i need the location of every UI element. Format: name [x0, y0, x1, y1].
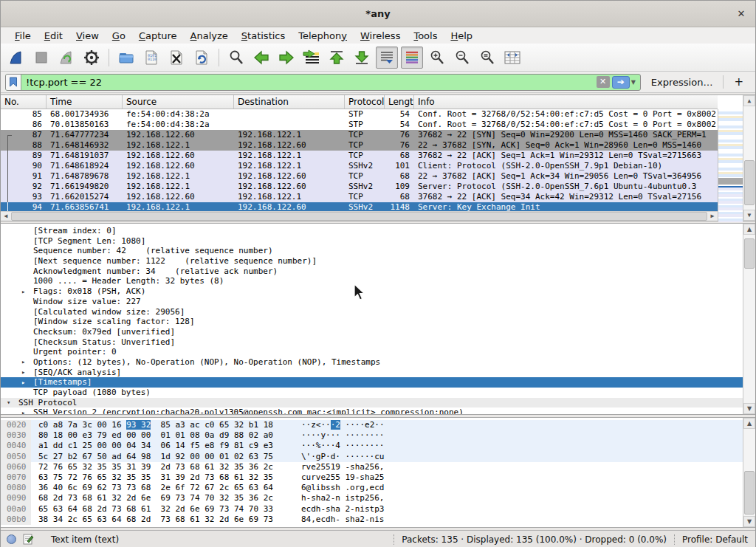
packet-row-88[interactable]: 8871.648146932192.168.122.1192.168.122.6… [1, 140, 718, 151]
colorize-button[interactable] [401, 47, 423, 69]
hex-row-0020[interactable]: 0020c0 a8 7a 3c 00 16 93 32 85 a3 ac c0 … [1, 420, 743, 430]
vscroll-thumb[interactable] [744, 238, 755, 269]
packet-row-85[interactable]: 8568.001734936fe:54:00:d4:38:2aSTP54Conf… [1, 109, 718, 120]
packet-list-vscrollbar[interactable]: ▲ ▼ [743, 95, 755, 221]
restart-capture-button[interactable] [55, 47, 78, 69]
scroll-left-icon[interactable]: ◀ [1, 212, 11, 221]
packet-row-93[interactable]: 9371.662015274192.168.122.60192.168.122.… [1, 192, 718, 202]
hex-row-0040[interactable]: 0040a1 dd c1 25 00 00 04 34 06 14 f5 e8 … [1, 441, 743, 451]
packet-list-header[interactable]: No.TimeSourceDestinationProtocolLengthIn… [1, 95, 718, 109]
detail-line[interactable]: ▸[SEQ/ACK analysis] [1, 368, 743, 378]
menu-telephony[interactable]: Telephony [292, 29, 354, 43]
expression-button[interactable]: Expression… [645, 77, 719, 88]
collapsed-arrow-icon[interactable]: ▸ [21, 408, 25, 414]
close-window-icon[interactable]: ✕ [735, 7, 748, 21]
collapsed-arrow-icon[interactable]: ▸ [21, 378, 25, 388]
detail-line[interactable]: [Window size scaling factor: 128] [1, 317, 743, 327]
filter-clear-icon[interactable]: ✕ [597, 76, 610, 88]
packet-row-89[interactable]: 8971.648191037192.168.122.60192.168.122.… [1, 151, 718, 161]
column-header-source[interactable]: Source [123, 95, 234, 109]
zoom-original-button[interactable] [476, 47, 498, 69]
detail-line[interactable]: ▸[Timestamps] [1, 377, 743, 388]
start-capture-button[interactable] [5, 47, 27, 69]
expert-info-icon[interactable] [7, 534, 16, 544]
menu-statistics[interactable]: Statistics [235, 29, 292, 43]
zoom-in-button[interactable] [426, 47, 448, 69]
column-header-protocol[interactable]: Protocol [345, 95, 385, 109]
menu-wireless[interactable]: Wireless [354, 29, 407, 43]
title-bar[interactable]: *any ✕ [1, 1, 755, 27]
packet-row-91[interactable]: 9171.648789678192.168.122.1192.168.122.6… [1, 171, 718, 182]
column-header-no[interactable]: No. [1, 95, 47, 109]
vscroll-track[interactable] [743, 235, 755, 403]
menu-help[interactable]: Help [444, 29, 479, 43]
hex-row-00b0[interactable]: 00b038 34 2c 65 63 64 68 2d 73 68 61 32 … [1, 515, 743, 525]
expanded-arrow-icon[interactable]: ▾ [7, 398, 10, 408]
first-packet-button[interactable] [326, 47, 348, 69]
detail-line[interactable]: Checksum: 0x79ed [unverified] [1, 327, 743, 337]
collapsed-arrow-icon[interactable]: ▸ [21, 368, 25, 378]
menu-capture[interactable]: Capture [132, 29, 184, 43]
detail-line[interactable]: [TCP Segment Len: 1080] [1, 236, 743, 247]
collapsed-arrow-icon[interactable]: ▸ [21, 287, 25, 297]
display-filter-field[interactable]: ✕ ➔ ▼ [5, 74, 641, 91]
previous-packet-button[interactable] [250, 47, 272, 69]
detail-line[interactable]: Window size value: 227 [1, 297, 743, 307]
detail-line[interactable]: Acknowledgment number: 34 (relative ack … [1, 266, 743, 277]
zoom-out-button[interactable] [451, 47, 473, 69]
profile-status[interactable]: Profile: Default [682, 534, 755, 545]
next-packet-button[interactable] [275, 47, 298, 69]
capture-options-button[interactable] [80, 47, 103, 69]
collapsed-arrow-icon[interactable]: ▸ [21, 357, 25, 368]
scroll-down-icon[interactable]: ▼ [743, 210, 755, 221]
save-file-button[interactable]: 01010110 [140, 47, 162, 69]
packet-row-87[interactable]: 8771.647777234192.168.122.60192.168.122.… [1, 130, 718, 140]
packet-row-92[interactable]: 9271.661949820192.168.122.1192.168.122.6… [1, 182, 718, 192]
scroll-down-icon[interactable]: ▼ [743, 516, 755, 527]
hex-row-00a0[interactable]: 00a065 63 64 68 2d 73 68 61 32 2d 6e 69 … [1, 504, 743, 515]
vscroll-thumb[interactable] [744, 160, 755, 206]
open-file-button[interactable] [115, 47, 137, 69]
display-filter-input[interactable] [21, 77, 597, 88]
detail-line[interactable]: [Stream index: 0] [1, 226, 743, 236]
auto-scroll-button[interactable] [376, 47, 398, 69]
detail-line[interactable]: [Checksum Status: Unverified] [1, 337, 743, 348]
go-to-packet-button[interactable] [300, 47, 323, 69]
close-file-button[interactable] [165, 47, 188, 69]
hex-row-0080[interactable]: 008036 40 6c 69 62 73 73 68 2e 6f 72 67 … [1, 483, 743, 493]
add-filter-button[interactable]: + [728, 75, 751, 89]
menu-go[interactable]: Go [106, 29, 132, 43]
packet-row-94[interactable]: 9471.663856741192.168.122.1192.168.122.6… [1, 202, 718, 211]
column-header-destination[interactable]: Destination [234, 95, 345, 109]
menu-tools[interactable]: Tools [407, 29, 444, 43]
menu-file[interactable]: File [8, 29, 38, 43]
menu-view[interactable]: View [69, 29, 106, 43]
detail-line[interactable]: [Calculated window size: 29056] [1, 307, 743, 317]
resize-columns-button[interactable] [501, 47, 523, 69]
detail-line[interactable]: Urgent pointer: 0 [1, 347, 743, 357]
hex-row-0030[interactable]: 003080 18 00 e3 79 ed 00 00 01 01 08 0a … [1, 430, 743, 441]
scroll-up-icon[interactable]: ▲ [743, 224, 755, 235]
column-header-info[interactable]: Info [414, 95, 718, 109]
detail-line[interactable]: ▸Options: (12 bytes), No-Operation (NOP)… [1, 357, 743, 368]
vscroll-track[interactable] [743, 429, 755, 516]
scroll-right-icon[interactable]: ▶ [707, 212, 718, 221]
hscroll-thumb[interactable] [11, 212, 707, 221]
column-header-length[interactable]: Length [385, 95, 414, 109]
find-packet-button[interactable] [225, 47, 247, 69]
packet-row-90[interactable]: 9071.648618924192.168.122.60192.168.122.… [1, 161, 718, 171]
scroll-up-icon[interactable]: ▲ [743, 95, 755, 106]
hex-row-0050[interactable]: 00505c 27 b2 67 50 ad 64 98 1d 92 00 00 … [1, 452, 743, 462]
detail-line[interactable]: ▸Flags: 0x018 (PSH, ACK) [1, 286, 743, 297]
hex-row-0060[interactable]: 006072 76 65 32 35 35 31 39 2d 73 68 61 … [1, 462, 743, 472]
stop-capture-button[interactable] [30, 47, 52, 69]
capture-comment-icon[interactable] [23, 534, 34, 545]
packet-list-hscrollbar[interactable]: ◀ ▶ [1, 211, 718, 221]
reload-file-button[interactable] [190, 47, 213, 69]
scroll-down-icon[interactable]: ▼ [743, 403, 755, 414]
bytes-vscrollbar[interactable]: ▲ ▼ [743, 418, 755, 527]
detail-line[interactable]: ▸SSH Version 2 (encryption:chacha20-poly… [1, 407, 743, 414]
packet-list-minimap[interactable] [718, 109, 743, 221]
hex-row-0090[interactable]: 009068 2d 73 68 61 32 2d 6e 69 73 74 70 … [1, 493, 743, 503]
detail-line[interactable]: ▾SSH Protocol [1, 398, 743, 408]
